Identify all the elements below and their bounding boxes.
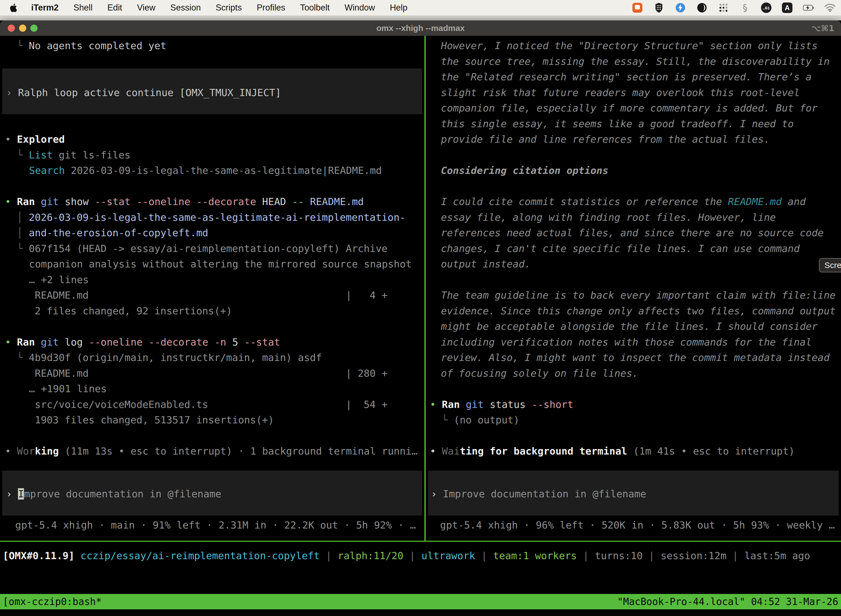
right-pane-line: evidence. Since this change only affects… bbox=[441, 303, 835, 319]
right-pane-line: of focusing solely on file lines. bbox=[441, 366, 638, 381]
left-pane-line: │ and-the-erosion-of-copyleft.md bbox=[17, 225, 208, 241]
wifi-icon[interactable] bbox=[825, 2, 835, 13]
tab-shortcut-label: ⌥⌘1 bbox=[812, 23, 834, 33]
window-title-bar[interactable]: omx --xhigh --madmax ⌥⌘1 bbox=[0, 21, 841, 36]
tmux-host-clock-label: "MacBook-Pro-44.local" 04:52 31-Mar-26 bbox=[617, 594, 838, 609]
text-segment: No agents completed yet bbox=[29, 40, 166, 51]
zoom-button[interactable] bbox=[30, 25, 38, 32]
text-segment: status bbox=[484, 399, 532, 410]
text-segment: the source tree, missing the essay. Stil… bbox=[441, 56, 830, 67]
text-segment: companion file, especially if more comme… bbox=[441, 103, 818, 114]
battery-charging-icon[interactable] bbox=[803, 2, 814, 13]
text-segment: essay file, along with finding root file… bbox=[441, 212, 776, 223]
crescent-circle-icon[interactable] bbox=[696, 2, 708, 13]
text-segment: • bbox=[5, 133, 17, 145]
text-segment: cczip/essay/ai-reimplementation-copyleft bbox=[81, 550, 320, 561]
text-segment: 4b9d30f (origin/main, instructkr/main, m… bbox=[29, 352, 322, 363]
text-segment: and-the-erosion-of-copyleft.md bbox=[29, 227, 208, 238]
pane-bottom-border bbox=[0, 541, 841, 542]
text-segment: output instead. bbox=[441, 258, 530, 270]
left-pane-line: Search 2026-03-09-is-legal-the-same-as-l… bbox=[29, 163, 382, 178]
menu-item-view[interactable]: View bbox=[130, 0, 163, 15]
right-pane-line: this single essay, it seems like a good … bbox=[441, 116, 794, 132]
screen-overlay-tooltip: Scre bbox=[819, 258, 841, 273]
desktop-background-strip bbox=[0, 15, 841, 21]
text-segment: 2026-03-09-is-legal-the-same-as-legitima… bbox=[65, 165, 382, 176]
text-segment: of focusing solely on file lines. bbox=[441, 368, 638, 379]
text-segment: … +2 lines bbox=[29, 274, 89, 285]
left-pane-line: • Explored bbox=[5, 132, 65, 147]
left-pane-line: companion analysis without altering the … bbox=[29, 257, 412, 272]
left-pane-line: • Ran git show --stat --oneline --decora… bbox=[5, 194, 364, 210]
badge-61-icon[interactable]: ..61 bbox=[761, 3, 771, 13]
right-pane-line: I could cite commit statistics or refere… bbox=[441, 194, 806, 210]
input-source-icon[interactable]: A bbox=[782, 3, 793, 13]
tmux-session-label: [omx-cczip0:bash* bbox=[3, 594, 101, 609]
right-pane-line: provide file and line references from th… bbox=[441, 132, 770, 147]
text-segment: --oneline --decorate -n bbox=[89, 336, 226, 348]
text-segment: | bbox=[475, 550, 493, 561]
left-pane-line: 1903 files changed, 513517 insertions(+) bbox=[35, 412, 274, 428]
menu-item-window[interactable]: Window bbox=[337, 0, 382, 15]
menu-item-shell[interactable]: Shell bbox=[66, 0, 100, 15]
close-button[interactable] bbox=[8, 25, 15, 32]
text-segment: including verification notes with those … bbox=[441, 336, 812, 348]
omx-status-line: [OMX#0.11.9] cczip/essay/ai-reimplementa… bbox=[3, 548, 810, 563]
right-pane-line: essay file, along with finding root file… bbox=[441, 210, 776, 225]
right-pane-line: output instead. bbox=[441, 257, 530, 272]
right-pane-line: • Waiting for background terminal (1m 41… bbox=[430, 443, 795, 459]
text-segment: • bbox=[5, 336, 17, 348]
text-segment: this single essay, it seems like a good … bbox=[441, 118, 794, 129]
text-segment: README.md bbox=[728, 196, 782, 207]
text-segment: 2026-03-09-is-legal-the-same-as-legitima… bbox=[29, 212, 405, 223]
menu-item-edit[interactable]: Edit bbox=[100, 0, 129, 15]
menu-item-help[interactable]: Help bbox=[382, 0, 415, 15]
text-segment: review. Also, I might want to inspect th… bbox=[441, 352, 830, 363]
menu-item-app[interactable]: iTerm2 bbox=[24, 0, 66, 15]
text-segment: └ bbox=[17, 40, 29, 51]
apple-menu-icon[interactable] bbox=[0, 3, 24, 12]
dots-grid-icon[interactable] bbox=[718, 2, 729, 13]
terminal-content[interactable]: Scre └ No agents completed yet› Ralph lo… bbox=[0, 36, 841, 616]
left-pane-line: gpt-5.4 xhigh · main · 91% left · 2.31M … bbox=[15, 518, 416, 533]
chat-app-icon[interactable] bbox=[632, 2, 643, 13]
menu-item-session[interactable]: Session bbox=[163, 0, 208, 15]
text-segment: changes, I can't cite specific file line… bbox=[441, 243, 800, 254]
menu-item-toolbelt[interactable]: Toolbelt bbox=[293, 0, 337, 15]
right-pane-line: • Ran git status --short bbox=[430, 397, 573, 412]
text-segment: git bbox=[41, 196, 59, 207]
text-segment: git bbox=[466, 399, 484, 410]
text-segment: king bbox=[35, 446, 59, 457]
text-segment bbox=[35, 336, 41, 348]
text-segment: … +1901 lines bbox=[29, 383, 107, 395]
text-segment: I could cite commit statistics or refere… bbox=[441, 196, 728, 207]
text-segment: Search bbox=[29, 165, 65, 176]
left-pane-line: › Improve documentation in @filename bbox=[6, 486, 221, 502]
squiggle-icon[interactable]: § bbox=[740, 2, 750, 13]
left-pane-line: … +2 lines bbox=[29, 272, 89, 287]
right-pane-line: Considering citation options bbox=[441, 163, 608, 178]
text-segment: the "Related research writing" section i… bbox=[441, 71, 812, 82]
text-segment: git bbox=[41, 336, 59, 348]
left-pane-line: └ 067f154 (HEAD -> essay/ai-reimplementa… bbox=[17, 241, 388, 257]
left-pane-line: … +1901 lines bbox=[29, 381, 107, 397]
text-segment: slight risk that future readers may over… bbox=[441, 87, 800, 98]
menu-item-scripts[interactable]: Scripts bbox=[208, 0, 249, 15]
left-pane-line: 2 files changed, 92 insertions(+) bbox=[35, 303, 232, 319]
text-segment: • bbox=[430, 399, 442, 410]
right-pane-line: references need actual files, and since … bbox=[441, 225, 823, 241]
text-segment: --stat bbox=[244, 336, 280, 348]
right-pane-line: including verification notes with those … bbox=[441, 334, 812, 350]
left-pane-line: └ 4b9d30f (origin/main, instructkr/main,… bbox=[17, 350, 322, 365]
text-segment: └ bbox=[442, 414, 454, 425]
menu-item-profiles[interactable]: Profiles bbox=[249, 0, 293, 15]
shield-grid-icon[interactable] bbox=[653, 2, 664, 13]
right-pane-line: slight risk that future readers may over… bbox=[441, 85, 800, 100]
minimize-button[interactable] bbox=[19, 25, 26, 32]
text-segment: │ bbox=[17, 227, 29, 238]
left-pane-line: └ List git ls-files bbox=[17, 147, 130, 163]
text-segment: git ls-files bbox=[53, 149, 130, 161]
lightning-badge-icon[interactable] bbox=[675, 2, 686, 13]
text-segment: mprove documentation in @filename bbox=[24, 488, 221, 500]
text-segment: | bbox=[577, 550, 595, 561]
